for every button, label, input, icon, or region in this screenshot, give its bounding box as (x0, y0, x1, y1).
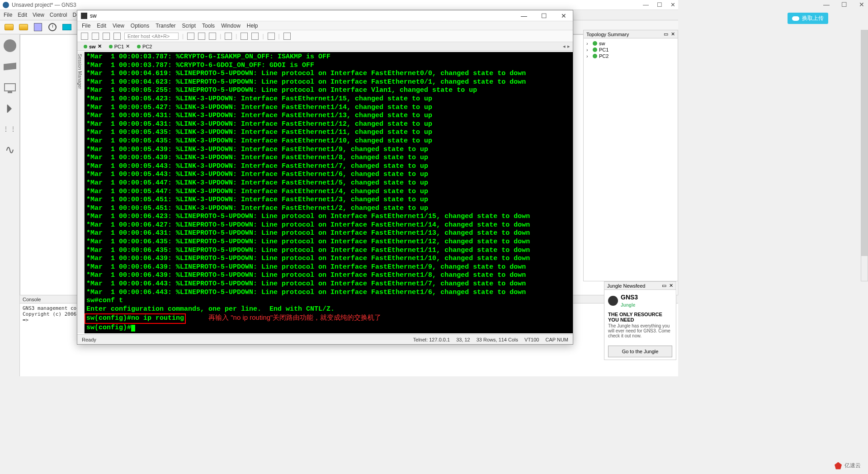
go-to-jungle-button[interactable]: Go to the Jungle (608, 346, 672, 357)
tab-close-icon[interactable]: ✕ (126, 43, 130, 49)
status-dot-icon (593, 41, 597, 46)
gns3-min-button[interactable]: — (643, 1, 649, 8)
terminal-statusbar: Ready Telnet: 127.0.0.1 33, 12 33 Rows, … (77, 334, 573, 344)
menu-file[interactable]: File (4, 12, 12, 18)
terminal-titlebar[interactable]: sw — ☐ ✕ (77, 10, 573, 21)
terminal-window: sw — ☐ ✕ File Edit View Options Transfer… (77, 10, 573, 345)
routers-category-button[interactable] (2, 38, 18, 53)
topology-item-pc1[interactable]: ›PC1 (586, 47, 675, 53)
main-close-button[interactable]: ✕ (859, 1, 864, 8)
help-icon[interactable] (268, 33, 275, 40)
main-min-button[interactable]: — (823, 1, 830, 8)
find-icon[interactable] (209, 33, 216, 40)
security-devices-button[interactable]: ⏵ (2, 100, 18, 116)
expand-icon[interactable]: › (586, 47, 591, 52)
terminal-max-button[interactable]: ☐ (538, 12, 549, 19)
term-menu-view[interactable]: View (113, 23, 124, 29)
expand-icon[interactable]: › (586, 41, 591, 46)
gns3-app-icon (3, 2, 9, 8)
watermark-logo-icon (835, 462, 842, 469)
add-link-button[interactable]: ∿ (2, 142, 18, 157)
status-mode: VT100 (524, 337, 539, 342)
gns3-close-button[interactable]: ✕ (670, 1, 675, 8)
end-devices-button[interactable] (2, 80, 18, 95)
newsfeed-title: Jungle Newsfeed (607, 283, 645, 289)
disconnect-icon[interactable] (103, 33, 110, 40)
topology-undock-button[interactable]: ▭ (664, 31, 668, 37)
term-menu-script[interactable]: Script (182, 23, 196, 29)
cloud-icon (792, 16, 799, 21)
tab-pc1[interactable]: PC1✕ (105, 43, 133, 49)
term-menu-tools[interactable]: Tools (202, 23, 215, 29)
cloud-upload-button[interactable]: 换取上传 (788, 13, 828, 24)
new-project-button[interactable] (17, 22, 30, 33)
cursor-icon (131, 325, 135, 332)
tab-scroll-right-icon[interactable]: ▸ (567, 43, 570, 49)
newsfeed-heading: THE ONLY RESOURCE YOU NEED (608, 312, 672, 322)
gns3-title: Unsaved project* — GNS3 (12, 2, 643, 8)
save-button[interactable] (32, 22, 44, 33)
term-menu-file[interactable]: File (82, 23, 90, 29)
watermark: 亿速云 (830, 460, 865, 471)
menu-view[interactable]: View (33, 12, 44, 18)
right-scrollbar[interactable] (861, 30, 868, 281)
topology-title: Topology Summary (586, 32, 629, 37)
newsfeed-brand: GNS3 (621, 294, 638, 301)
all-devices-button[interactable]: ⋮⋮ (2, 121, 18, 137)
status-dot-icon (84, 45, 87, 48)
status-dot-icon (593, 47, 597, 52)
gns3-max-button[interactable]: ☐ (657, 1, 662, 8)
terminal-tabs: sw✕ PC1✕ PC2 ◂▸ (77, 42, 573, 51)
terminal-body[interactable]: *Mar 1 00:00:03.787: %CRYPTO-6-ISAKMP_ON… (85, 52, 573, 333)
snapshot-button[interactable] (46, 22, 59, 33)
gns3-titlebar[interactable]: Unsaved project* — GNS3 — ☐ ✕ (0, 0, 678, 10)
session-icon[interactable] (251, 33, 259, 40)
status-cursor-pos: 33, 12 (456, 337, 470, 342)
tab-pc2[interactable]: PC2 (133, 44, 156, 49)
menu-control[interactable]: Control (50, 12, 67, 18)
term-menu-window[interactable]: Window (221, 23, 241, 29)
status-ready: Ready (82, 337, 96, 342)
annotation-text: 再输入 "no ip routing"关闭路由功能，就变成纯的交换机了 (208, 313, 381, 321)
open-project-button[interactable] (3, 22, 15, 33)
print-icon[interactable] (225, 33, 232, 40)
host-input[interactable]: Enter host <Alt+R> (124, 33, 179, 40)
quick-connect-icon[interactable] (81, 33, 88, 40)
terminal-min-button[interactable]: — (519, 12, 529, 19)
status-dot-icon (109, 45, 113, 48)
term-menu-options[interactable]: Options (131, 23, 149, 29)
session-manager-bar[interactable]: Session Manager (77, 52, 85, 333)
status-telnet: Telnet: 127.0.0.1 (413, 337, 450, 342)
term-menu-transfer[interactable]: Transfer (156, 23, 175, 29)
menu-edit[interactable]: Edit (18, 12, 27, 18)
terminal-toolbar: Enter host <Alt+R> | | | | | (77, 30, 573, 42)
newsfeed-undock-button[interactable]: ▭ (662, 283, 666, 289)
options-icon[interactable] (241, 33, 248, 40)
about-icon[interactable] (283, 33, 291, 40)
topology-item-sw[interactable]: ›sw (586, 40, 675, 47)
tab-sw[interactable]: sw✕ (80, 43, 105, 49)
copy-icon[interactable] (187, 33, 194, 40)
term-menu-edit[interactable]: Edit (97, 23, 106, 29)
newsfeed-close-button[interactable]: ✕ (669, 283, 673, 289)
reconnect-all-icon[interactable] (113, 33, 121, 40)
paste-icon[interactable] (198, 33, 205, 40)
screenshot-button[interactable] (61, 22, 73, 33)
switches-category-button[interactable] (2, 59, 18, 74)
topology-close-button[interactable]: ✕ (671, 31, 675, 37)
topology-item-pc2[interactable]: ›PC2 (586, 53, 675, 59)
device-toolbar: ⏵ ⋮⋮ ∿ (0, 34, 20, 376)
term-menu-help[interactable]: Help (247, 23, 258, 29)
terminal-menubar: File Edit View Options Transfer Script T… (77, 21, 573, 30)
expand-icon[interactable]: › (586, 53, 591, 59)
status-size: 33 Rows, 114 Cols (476, 337, 518, 342)
tab-close-icon[interactable]: ✕ (98, 43, 102, 49)
newsfeed-sub: Jungle (621, 303, 635, 308)
reconnect-icon[interactable] (92, 33, 99, 40)
tab-scroll-left-icon[interactable]: ◂ (563, 43, 566, 49)
main-max-button[interactable]: ☐ (841, 1, 847, 8)
newsfeed-text: The Jungle has everything you will ever … (608, 323, 672, 338)
highlighted-command: sw(config)#no ip routing (85, 313, 186, 324)
newsfeed-panel: Jungle Newsfeed ▭✕ GNS3Jungle THE ONLY R… (604, 281, 676, 360)
terminal-close-button[interactable]: ✕ (558, 12, 569, 19)
